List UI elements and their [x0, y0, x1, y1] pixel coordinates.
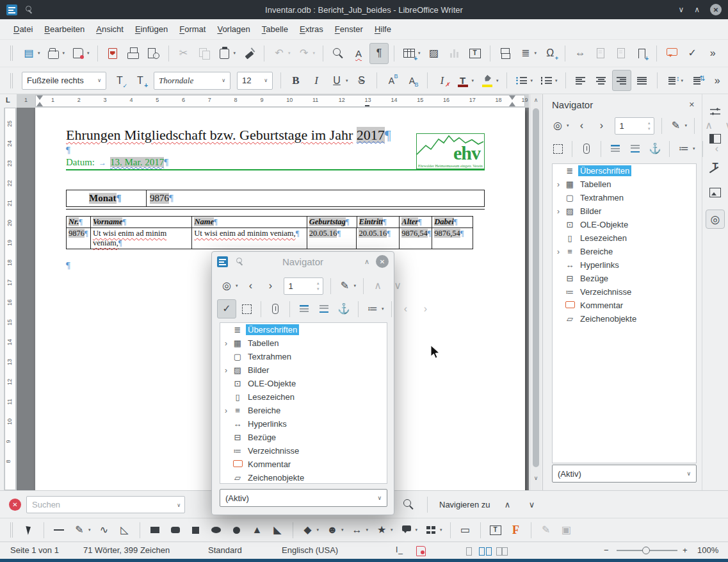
back-button[interactable]: ‹	[572, 116, 592, 135]
nav-item-hyperlinks[interactable]: ↔Hyperlinks	[220, 417, 387, 431]
dialog-header[interactable]: Navigator ∧ ✕	[212, 252, 394, 271]
table-cell[interactable]: 9876¶	[67, 228, 91, 249]
menu-item-fenster[interactable]: Fenster	[329, 21, 369, 37]
edit-entry-button[interactable]: ✎▾	[667, 116, 690, 135]
italic-button[interactable]: I	[307, 70, 326, 91]
word-count[interactable]: 71 Wörter, 399 Zeichen	[83, 545, 170, 555]
tab-stop-type-button[interactable]: L	[6, 96, 10, 104]
nav-item-indexes[interactable]: ≔Verzeichnisse	[553, 285, 696, 299]
navigation-button[interactable]: ◎▾	[548, 116, 572, 135]
find-and-replace-button[interactable]	[399, 494, 418, 515]
sidebar-tab-navigator[interactable]: ◎	[706, 210, 725, 229]
close-find-bar-button[interactable]: ✕	[9, 499, 21, 511]
ellipse-button[interactable]	[207, 520, 226, 541]
datum-line[interactable]: Datum:→13. Mar. 2017¶	[66, 157, 168, 168]
back-button[interactable]: ‹	[241, 276, 261, 295]
pin-icon[interactable]	[24, 4, 34, 15]
nav-item-headings[interactable]: ≣Überschriften	[553, 164, 696, 178]
nav-item-tables[interactable]: ›▦Tabellen	[553, 178, 696, 191]
year-field[interactable]: 2017	[357, 127, 385, 143]
update-style-button[interactable]: T	[110, 70, 129, 91]
menu-item-datei[interactable]: Datei	[8, 21, 38, 37]
set-reminder-button[interactable]	[266, 299, 285, 318]
highlight-color-button[interactable]: ▾	[478, 70, 501, 91]
select-button[interactable]	[19, 520, 38, 541]
nav-item-images[interactable]: ›▨Bilder	[220, 363, 387, 377]
table-header-cell[interactable]: Geburtstag¶	[307, 217, 357, 227]
overflow-button[interactable]: »	[708, 70, 727, 91]
expander-icon[interactable]: ›	[553, 180, 564, 189]
nav-item-ole-objects[interactable]: ⊡OLE-Objekte	[220, 377, 387, 390]
new-style-button[interactable]: T	[131, 70, 150, 91]
zoom-in-button[interactable]: +	[683, 545, 688, 555]
formatting-marks-button[interactable]: ¶	[369, 43, 389, 64]
menu-item-extras[interactable]: Extras	[294, 21, 329, 37]
selection-mode-icon[interactable]: I_	[396, 545, 403, 554]
scroll-down-icon[interactable]: ∨	[530, 475, 542, 481]
outline-level-button[interactable]: ≔▾	[363, 299, 387, 318]
view-book-button[interactable]	[496, 546, 508, 556]
document-heading[interactable]: Ehrungen Mitgliedschaft bzw. Geburtstage…	[66, 127, 457, 144]
page-style[interactable]: Standard	[208, 545, 242, 555]
members-table[interactable]: Nr.¶Vorname¶Name¶Geburtstag¶Eintritt¶Alt…	[66, 216, 473, 249]
numbered-list-button[interactable]: ▾	[537, 70, 560, 91]
table-header-cell[interactable]: Dabei¶	[432, 217, 473, 227]
page-number-spinbox[interactable]: 1▴▾	[615, 117, 654, 135]
justify-button[interactable]	[633, 70, 652, 91]
paragraph-spacing-button[interactable]	[687, 70, 706, 91]
nav-item-sections[interactable]: ›≡Bereiche	[553, 245, 696, 258]
right-triangle-button[interactable]: ◣	[268, 520, 287, 541]
line-spacing-button[interactable]: ▾	[663, 70, 686, 91]
menu-item-format[interactable]: Format	[174, 21, 211, 37]
zoom-out-button[interactable]: −	[604, 545, 609, 555]
insert-image-button[interactable]: ▨	[425, 43, 444, 64]
fontwork-button[interactable]: F	[506, 520, 526, 541]
nav-item-comments[interactable]: Kommentar	[553, 299, 696, 312]
rounded-rectangle-button[interactable]	[166, 520, 185, 541]
document-selector-dropdown[interactable]: (Aktiv) ∨	[552, 465, 697, 483]
document-selector-dropdown[interactable]: (Aktiv) ∨	[220, 489, 387, 507]
nav-item-drawing-objects[interactable]: ▱Zeichenobjekte	[220, 471, 387, 484]
polygon-button[interactable]: ◺	[115, 520, 134, 541]
insert-frame-button[interactable]: ▭	[456, 520, 475, 541]
content-view-button[interactable]	[237, 299, 256, 318]
collapse-icon[interactable]: ∧	[364, 258, 369, 266]
menu-item-vorlagen[interactable]: Vorlagen	[211, 21, 255, 37]
circle-button[interactable]	[227, 520, 247, 541]
square-button[interactable]	[186, 520, 206, 541]
unsaved-changes-icon[interactable]	[416, 546, 426, 556]
track-changes-button[interactable]: ✓	[683, 43, 702, 64]
nav-item-bookmarks[interactable]: ▯Lesezeichen	[220, 390, 387, 404]
monat-table[interactable]: Monat¶ 9876¶	[66, 190, 485, 207]
clear-formatting-button[interactable]: I	[433, 70, 452, 91]
align-right-button[interactable]	[612, 70, 631, 91]
insert-hyperlink-button[interactable]: ⇔	[570, 43, 590, 64]
anchor-text-button[interactable]: ⚓	[645, 139, 665, 158]
nav-item-images[interactable]: ›▨Bilder	[553, 204, 696, 218]
right-indent-marker-top[interactable]	[509, 95, 515, 100]
font-color-button[interactable]: T▾	[453, 70, 477, 91]
table-cell[interactable]: 9876,54¶	[400, 228, 432, 249]
sidebar-tab-gallery[interactable]	[706, 183, 725, 202]
table-header-cell[interactable]: Nr.¶	[67, 217, 91, 227]
insert-field-button[interactable]: ≣▾	[516, 43, 540, 64]
title-bar[interactable]: Inventar.odb : Bericht_Jub_beides - Libr…	[0, 0, 728, 19]
find-replace-button[interactable]	[328, 43, 348, 64]
master-view-toggle-button[interactable]: ✓	[217, 299, 236, 318]
superscript-button[interactable]: A	[382, 70, 401, 91]
table-cell[interactable]: 20.05.16¶	[357, 228, 400, 249]
expander-icon[interactable]: ›	[220, 339, 232, 348]
navigate-previous-button[interactable]: ∧	[498, 494, 517, 515]
menu-item-hilfe[interactable]: Hilfe	[369, 21, 397, 37]
nav-item-drawing-objects[interactable]: ▱Zeichenobjekte	[553, 312, 696, 326]
menu-item-tabelle[interactable]: Tabelle	[256, 21, 294, 37]
left-indent-marker[interactable]	[36, 102, 43, 106]
block-arrows-button[interactable]: ↔▾	[348, 520, 371, 541]
pin-icon[interactable]	[234, 256, 245, 267]
print-button[interactable]	[124, 43, 143, 64]
nav-item-references[interactable]: ⊟Bezüge	[220, 431, 387, 444]
align-left-button[interactable]	[571, 70, 590, 91]
nav-item-text-frames[interactable]: ▢Textrahmen	[220, 350, 387, 363]
navigate-next-button[interactable]: ∨	[522, 494, 542, 515]
close-button[interactable]: ✕	[710, 4, 722, 15]
